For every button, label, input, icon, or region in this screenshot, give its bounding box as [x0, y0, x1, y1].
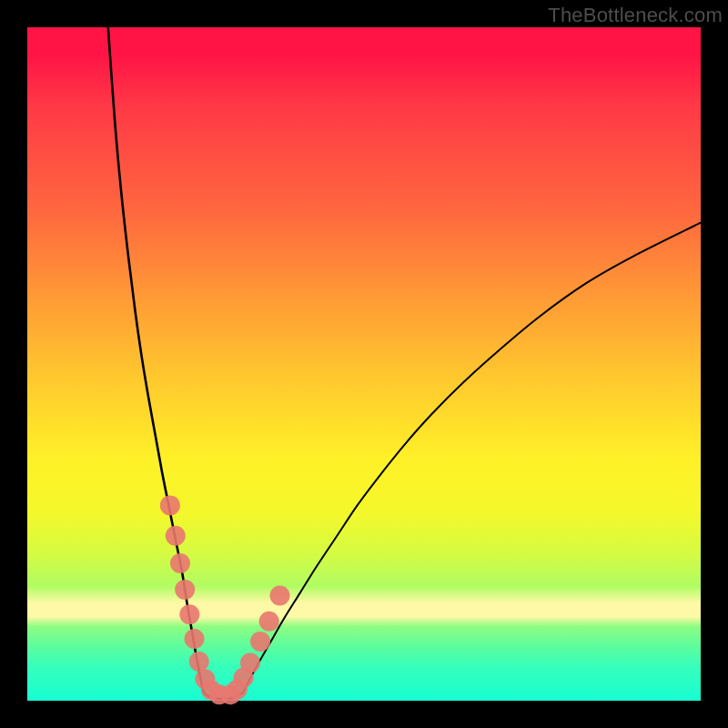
highlight-dot — [170, 553, 190, 573]
highlight-dot — [189, 652, 209, 672]
plot-area — [27, 27, 701, 701]
highlight-dot — [175, 580, 195, 600]
highlight-dot — [185, 629, 205, 649]
chart-frame: TheBottleneck.com — [0, 0, 728, 728]
chart-svg — [27, 27, 701, 701]
highlight-dots-group — [160, 495, 290, 704]
highlight-dot — [270, 586, 290, 606]
highlight-dot — [179, 604, 199, 624]
highlight-dot — [240, 653, 260, 673]
curve-right-branch — [243, 223, 701, 693]
highlight-dot — [166, 526, 186, 546]
highlight-dot — [160, 495, 180, 515]
highlight-dot — [259, 612, 279, 632]
highlight-dot — [250, 632, 270, 652]
watermark-text: TheBottleneck.com — [548, 4, 723, 27]
